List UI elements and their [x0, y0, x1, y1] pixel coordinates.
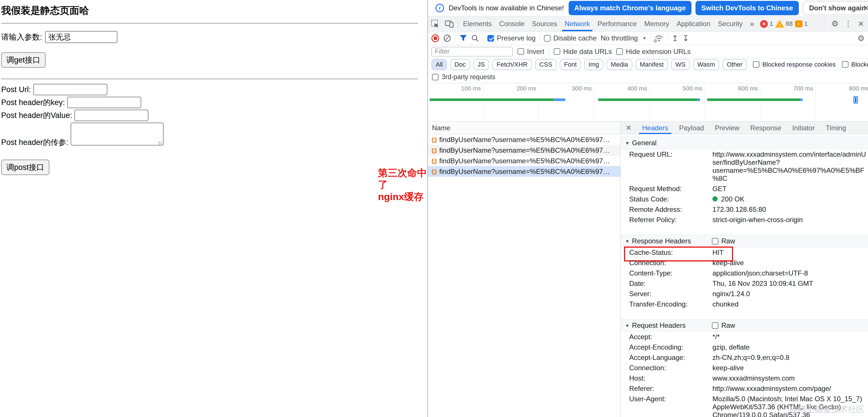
devtools-tab[interactable]: Network [561, 17, 594, 31]
type-filter-pill[interactable]: Fetch/XHR [492, 59, 532, 70]
filter-input[interactable] [431, 47, 513, 57]
call-post-button[interactable]: 调post接口 [1, 160, 50, 175]
header-key: Request Method: [629, 185, 712, 193]
type-filter-pill[interactable]: WS [671, 59, 690, 70]
header-entry: Cache-Status: HIT [621, 247, 868, 258]
request-headers-section-header[interactable]: ▼ Request Headers Raw [621, 319, 868, 332]
type-filter-pill[interactable]: Wasm [693, 59, 719, 70]
blocked-cookies-checkbox[interactable]: Blocked response cookies [753, 61, 836, 68]
type-filter-pill[interactable]: All [431, 59, 447, 70]
resize-grip-icon[interactable] [158, 141, 162, 146]
devtools-tab[interactable]: Elements [459, 17, 495, 31]
error-badge[interactable]: ✕ 1 [760, 20, 773, 28]
raw-toggle[interactable]: Raw [712, 321, 735, 329]
network-overview-timeline[interactable]: 100 ms200 ms300 ms400 ms500 ms600 ms700 … [428, 83, 868, 122]
type-filter-pill[interactable]: CSS [535, 59, 557, 70]
close-icon[interactable]: ✕ [863, 4, 868, 12]
preserve-log-checkbox[interactable]: Preserve log [487, 34, 536, 42]
divider [650, 34, 651, 42]
network-settings-gear-icon[interactable]: ⚙ [857, 34, 865, 43]
devtools-tab[interactable]: Console [495, 17, 528, 31]
record-icon[interactable] [431, 34, 439, 42]
post-key-label: Post header的key: [1, 97, 65, 108]
settings-gear-icon[interactable]: ⚙ [831, 20, 838, 28]
divider [539, 34, 540, 42]
checkbox-icon[interactable] [432, 74, 439, 81]
details-tab[interactable]: Preview [709, 122, 745, 134]
json-resource-icon: {;} [431, 168, 436, 175]
more-tabs-icon[interactable]: » [746, 17, 758, 31]
clear-icon[interactable] [443, 34, 451, 42]
request-row[interactable]: {;} findByUserName?username=%E5%BC%A0%E6… [428, 156, 620, 166]
infobar-button[interactable]: Always match Chrome's language [569, 1, 692, 15]
close-devtools-icon[interactable]: ✕ [858, 20, 864, 28]
post-body-textarea[interactable] [71, 123, 164, 146]
language-infobar: i DevTools is now available in Chinese! … [428, 0, 868, 17]
type-filter-pill[interactable]: Img [584, 59, 603, 70]
general-section-header[interactable]: ▼ General [621, 137, 868, 149]
details-tab[interactable]: Response [745, 122, 787, 134]
type-filter-pill[interactable]: Font [560, 59, 581, 70]
chevron-down-icon: ▼ [625, 239, 629, 244]
details-tab[interactable]: Initiator [787, 122, 820, 134]
param-input[interactable] [45, 31, 117, 43]
devtools-tab[interactable]: Memory [641, 17, 673, 31]
request-row[interactable]: {;} findByUserName?username=%E5%BC%A0%E6… [428, 166, 620, 177]
invert-checkbox[interactable]: Invert [518, 47, 544, 56]
post-key-input[interactable] [67, 97, 141, 108]
devtools-tab[interactable]: Sources [528, 17, 561, 31]
request-row[interactable]: {;} findByUserName?username=%E5%BC%A0%E6… [428, 134, 620, 145]
blocked-requests-checkbox[interactable]: Blocked requests [842, 61, 868, 68]
response-headers-section-header[interactable]: ▼ Response Headers Raw [621, 235, 868, 247]
network-conditions-icon[interactable]: ⚙ [655, 34, 663, 42]
type-filter-pill[interactable]: Doc [450, 59, 470, 70]
warning-badge[interactable]: ! 88 [775, 20, 793, 28]
export-har-icon[interactable]: ↧ [682, 34, 689, 43]
infobar-button[interactable]: Switch DevTools to Chinese [695, 1, 799, 15]
devtools-panel: i DevTools is now available in Chinese! … [427, 0, 868, 417]
header-value: http://www.xxxadminsystem.com/interface/… [712, 150, 868, 183]
type-filter-pill[interactable]: Media [607, 59, 632, 70]
throttling-dropdown[interactable]: No throttling ▼ [600, 34, 646, 42]
raw-toggle[interactable]: Raw [712, 237, 735, 245]
devtools-tab[interactable]: Application [673, 17, 714, 31]
request-row[interactable]: {;} findByUserName?username=%E5%BC%A0%E6… [428, 145, 620, 156]
filter-funnel-icon[interactable] [460, 35, 467, 42]
close-details-icon[interactable]: ✕ [621, 122, 637, 134]
post-value-input[interactable] [74, 109, 148, 121]
name-column-header[interactable]: Name [428, 122, 620, 134]
details-tab[interactable]: Timing [820, 122, 851, 134]
disable-cache-checkbox[interactable]: Disable cache [544, 34, 597, 42]
type-filter-pill[interactable]: Other [722, 59, 747, 70]
import-har-icon[interactable]: ↥ [672, 34, 678, 43]
checkbox-checked-icon [487, 35, 494, 42]
divider [549, 48, 549, 55]
kebab-menu-icon[interactable]: ⋮ [844, 20, 852, 28]
hide-extension-urls-checkbox[interactable]: Hide extension URLs [616, 47, 690, 56]
timeline-tick: 400 ms [594, 83, 650, 121]
details-tab[interactable]: Headers [637, 122, 674, 134]
type-filter-pill[interactable]: JS [473, 59, 489, 70]
waterfall-bar-blue [554, 98, 565, 101]
call-get-button[interactable]: 调get接口 [1, 52, 45, 68]
post-url-input[interactable] [33, 84, 107, 95]
details-tab[interactable]: Payload [674, 122, 710, 134]
search-icon[interactable] [471, 34, 479, 42]
header-key: User-Agent: [629, 395, 712, 417]
inspect-element-icon[interactable] [428, 17, 442, 31]
issues-badge[interactable]: ! 1 [795, 20, 808, 28]
infobar-button[interactable]: Don't show again [803, 1, 868, 15]
devtools-tab[interactable]: Security [714, 17, 747, 31]
devtools-tab[interactable]: Performance [594, 17, 640, 31]
devtools-tabbar: Elements Console Sources Network [428, 17, 868, 32]
header-key: Accept-Language: [629, 354, 712, 362]
waterfall-bar-marker [854, 96, 858, 104]
header-entry: Request Method: GET [621, 184, 868, 194]
nginx-cache-annotation: 第三次命中了 nginx缓存 [378, 167, 427, 203]
device-toolbar-icon[interactable] [442, 17, 457, 31]
divider [1, 23, 418, 24]
header-value: GET [712, 185, 868, 193]
hide-data-urls-checkbox[interactable]: Hide data URLs [554, 47, 612, 56]
waterfall-bar-blue [697, 98, 700, 101]
type-filter-pill[interactable]: Manifest [636, 59, 668, 70]
